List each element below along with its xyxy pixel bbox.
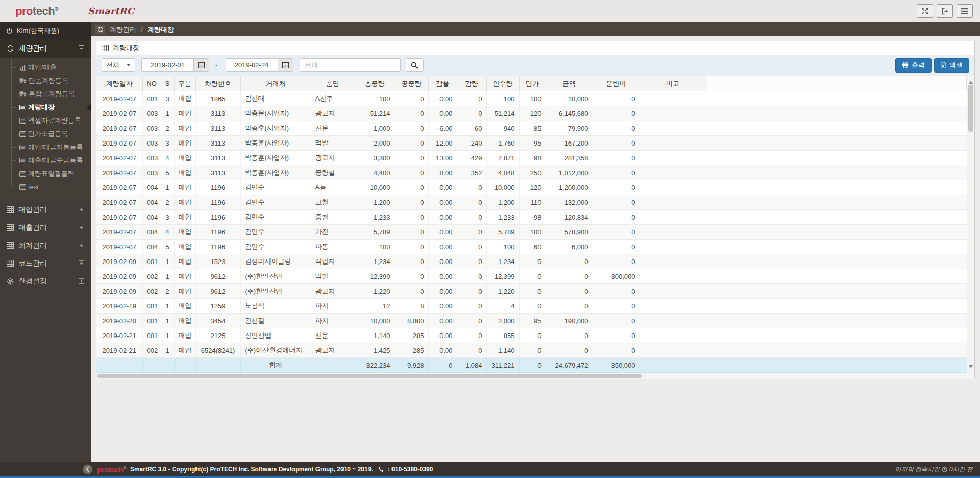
column-header[interactable]: 운반비	[593, 76, 640, 91]
column-header[interactable]: 거래처	[240, 76, 311, 91]
column-header[interactable]: 구분	[174, 76, 195, 91]
table-row[interactable]: 2019-02-090011매입1523김성리사이클링작업지1,23400.00…	[96, 254, 967, 269]
sidebar-section[interactable]: 회계관리	[0, 236, 91, 254]
sidebar-item[interactable]: 단가소급등록	[0, 127, 91, 140]
date-from-input[interactable]	[141, 58, 193, 72]
column-header[interactable]: 계량일자	[96, 76, 142, 91]
cell: 0	[457, 328, 486, 343]
table-row[interactable]: 2019-02-070035매입3113박종훈(사업자)중량철4,40008.0…	[96, 165, 967, 180]
sidebar-item[interactable]: 엑셀자료계량등록	[0, 114, 91, 127]
cell: 김성리사이클링	[240, 254, 311, 269]
column-header[interactable]: 총중량	[355, 76, 395, 91]
column-header[interactable]: 금액	[546, 76, 593, 91]
panel-title: 계량대장	[113, 43, 139, 53]
scroll-up-arrow-icon[interactable]	[969, 79, 973, 84]
table-row[interactable]: 2019-02-070043매입1196김민수중철1,23300.0001,23…	[96, 210, 967, 225]
table-row[interactable]: 2019-02-090021매입9612(주)한일산업먹발12,39900.00…	[96, 269, 967, 284]
column-header[interactable]: 차량번호	[195, 76, 240, 91]
table-row[interactable]: 2019-02-200011매입3454김선길파지10,0008,0000.00…	[96, 314, 967, 328]
calendar-from-button[interactable]	[193, 58, 209, 72]
expand-plus-icon[interactable]	[79, 260, 84, 266]
column-header[interactable]: 감량	[457, 76, 486, 91]
scroll-down-arrow-icon[interactable]	[969, 365, 973, 370]
table-row[interactable]: 2019-02-210021매입6524(8241)(주)아산환경에너지광고지1…	[96, 343, 967, 358]
table-row[interactable]: 2019-02-070034매입3113박종훈(사업자)광고지3,300013.…	[96, 151, 967, 165]
date-to-input[interactable]	[226, 58, 278, 72]
cell: 신문	[311, 328, 355, 343]
table-row[interactable]: 2019-02-090022매입9612(주)한일산업광고지1,22000.00…	[96, 284, 967, 299]
column-header[interactable]: 품명	[311, 76, 355, 91]
recycle-icon	[7, 45, 14, 52]
expand-plus-icon[interactable]	[79, 243, 84, 248]
table-row[interactable]: 2019-02-070041매입1196김민수A동10,00000.00010,…	[96, 180, 967, 195]
sidebar-section[interactable]: 코드관리	[0, 254, 91, 272]
sidebar-item[interactable]: test	[0, 180, 91, 194]
refresh-icon[interactable]	[95, 25, 105, 34]
table-row[interactable]: 2019-02-070031매입3113박충문(사업자)광고지51,21400.…	[96, 106, 967, 121]
gear-icon	[7, 278, 14, 285]
table-row[interactable]: 2019-02-190011매입1259노창식파지1280.0004000	[96, 299, 967, 314]
cell	[640, 106, 706, 121]
collapse-minus-icon[interactable]	[79, 45, 84, 51]
table-row[interactable]: 2019-02-070033매입3113박종훈(사업자)먹발2,000012.0…	[96, 136, 967, 151]
vertical-scroll-thumb[interactable]	[968, 85, 973, 132]
sidebar-item[interactable]: 계량표일괄출력	[0, 167, 91, 180]
table-row[interactable]: 2019-02-070032매입3113박종후(사업자)신문1,00006.00…	[96, 121, 967, 136]
sidebar-group-weighing[interactable]: 계량관리	[0, 39, 91, 58]
breadcrumb-section[interactable]: 계량관리	[110, 25, 136, 34]
table-row[interactable]: 2019-02-210011매입2125정인산업신문1,1402850.0008…	[96, 328, 967, 343]
logout-button[interactable]	[937, 4, 953, 18]
sidebar-item[interactable]: 계량대장	[0, 101, 91, 114]
cell: 5	[161, 165, 174, 180]
search-input[interactable]	[300, 58, 401, 72]
cell: 51,214	[355, 106, 395, 121]
print-button[interactable]: 출력	[895, 58, 932, 73]
column-header[interactable]: 감율	[428, 76, 457, 91]
column-header[interactable]: 공중량	[395, 76, 428, 91]
back-icon[interactable]	[83, 464, 93, 474]
cell: 2019-02-20	[96, 314, 142, 328]
sidebar-item[interactable]: 매출/대금수금등록	[0, 154, 91, 167]
fullscreen-button[interactable]	[917, 4, 933, 18]
horizontal-scroll-thumb[interactable]	[97, 374, 642, 378]
menu-button[interactable]	[957, 4, 973, 18]
expand-plus-icon[interactable]	[79, 278, 84, 284]
cell: 250	[519, 165, 546, 180]
horizontal-scrollbar[interactable]	[96, 373, 974, 379]
sidebar-section[interactable]: 환경설정	[0, 272, 91, 290]
sidebar-item[interactable]: 혼합품계량등록	[0, 87, 91, 101]
search-button[interactable]	[406, 58, 424, 72]
table-row[interactable]: 2019-02-070013매입1865김선태A신주10000.00010010…	[96, 91, 967, 106]
column-header[interactable]: 인수량	[486, 76, 519, 91]
cell: 1523	[195, 254, 240, 269]
category-select[interactable]: 전체	[102, 58, 135, 72]
cell: 1,760	[486, 136, 519, 151]
sidebar-item[interactable]: 단품계량등록	[0, 74, 91, 87]
cell: 0	[519, 269, 546, 284]
expand-plus-icon[interactable]	[79, 207, 84, 212]
expand-plus-icon[interactable]	[79, 225, 84, 230]
sidebar-item[interactable]: 매입/매출	[0, 61, 91, 74]
table-row[interactable]: 2019-02-070044매입1196김민수가전5,78900.0005,78…	[96, 225, 967, 240]
cell	[195, 358, 240, 373]
user-info[interactable]: Kim(한국자원)	[0, 22, 91, 39]
column-header[interactable]: NO	[142, 76, 161, 91]
calendar-to-button[interactable]	[278, 58, 293, 72]
table-row[interactable]: 2019-02-070045매입1196김민수파동10000.000100606…	[96, 240, 967, 254]
column-header[interactable]: 비고	[640, 76, 706, 91]
vertical-scrollbar[interactable]	[967, 76, 974, 373]
cell: 10,000	[486, 180, 519, 195]
excel-button[interactable]: 엑셀	[934, 58, 969, 73]
column-header[interactable]: 단가	[519, 76, 546, 91]
cell	[640, 165, 706, 180]
cell: 0.00	[428, 195, 457, 210]
action-buttons: 출력 엑셀	[895, 58, 969, 73]
column-header[interactable]: S	[161, 76, 174, 91]
cell: 2	[161, 195, 174, 210]
sidebar-section[interactable]: 매입관리	[0, 201, 91, 219]
sidebar-item[interactable]: 매입/대금지불등록	[0, 140, 91, 154]
table-row[interactable]: 2019-02-070042매입1196김민수고철1,20000.0001,20…	[96, 195, 967, 210]
sidebar-section[interactable]: 매출관리	[0, 219, 91, 236]
cell: 김민수	[240, 240, 311, 254]
cell: 51,214	[486, 106, 519, 121]
